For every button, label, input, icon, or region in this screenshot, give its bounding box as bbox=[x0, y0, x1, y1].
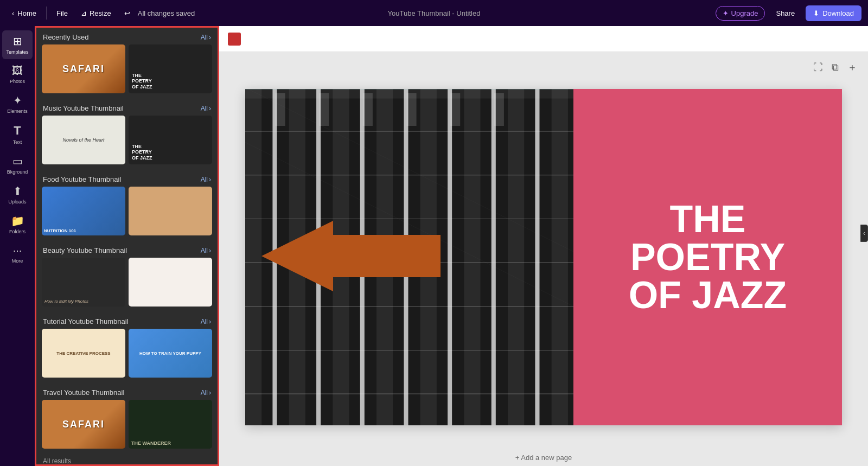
sidebar-item-elements[interactable]: ✦ Elements bbox=[2, 90, 33, 118]
music-grid: Novels of the Heart THEPOETRYOF JAZZ bbox=[36, 116, 218, 170]
canvas-right-panel: THE POETRY OF JAZZ bbox=[573, 89, 842, 425]
file-label: File bbox=[56, 9, 68, 17]
templates-label: Templates bbox=[6, 49, 28, 55]
canvas-top-right-toolbar: ⛶ ⧉ ＋ bbox=[811, 59, 859, 76]
text-icon: T bbox=[14, 124, 21, 138]
folders-icon: 📁 bbox=[11, 214, 24, 227]
panel-collapse-button[interactable]: ‹ bbox=[860, 225, 868, 242]
poetry1-text: THEPOETRYOF JAZZ bbox=[132, 73, 152, 90]
canvas-copy-button[interactable]: ⧉ bbox=[829, 59, 841, 76]
nutrition-text: NUTRITION 101 bbox=[44, 228, 76, 233]
thumb-travel-safari[interactable]: SAFARI bbox=[42, 400, 125, 449]
upgrade-label: Upgrade bbox=[731, 9, 758, 17]
changes-saved: All changes saved bbox=[138, 9, 195, 17]
main-area: ⊞ Templates 🖼 Photos ✦ Elements T Text ▭… bbox=[0, 26, 868, 466]
more-icon: ··· bbox=[13, 244, 22, 257]
thumb-poetry1[interactable]: THEPOETRYOF JAZZ bbox=[129, 44, 212, 93]
chevron-right-icon: › bbox=[209, 318, 211, 325]
svg-rect-14 bbox=[535, 89, 539, 425]
safari-text: SAFARI bbox=[62, 63, 105, 75]
doc-title: YouTube Thumbnail - Untitled bbox=[388, 9, 481, 17]
thumb-puppy[interactable]: HOW TO TRAIN YOUR PUPPY bbox=[129, 329, 212, 378]
chevron-right-icon: › bbox=[209, 389, 211, 397]
sidebar-item-text[interactable]: T Text bbox=[2, 119, 33, 149]
music-header: Music Youtube Thumbnail All › bbox=[36, 99, 218, 116]
all-results-label[interactable]: All results bbox=[36, 454, 218, 466]
beauty-all[interactable]: All › bbox=[201, 247, 211, 254]
undo-button[interactable]: ↩ bbox=[119, 6, 136, 21]
thumb-beauty1[interactable]: How to Edit My Photos bbox=[42, 258, 125, 307]
thumb-nutrition[interactable]: NUTRITION 101 bbox=[42, 187, 125, 235]
sidebar-item-templates[interactable]: ⊞ Templates bbox=[2, 30, 33, 59]
canvas-design: THE POETRY OF JAZZ bbox=[245, 89, 842, 425]
icon-sidebar: ⊞ Templates 🖼 Photos ✦ Elements T Text ▭… bbox=[0, 26, 35, 466]
undo-icon: ↩ bbox=[124, 9, 130, 17]
canvas-area: ⛶ ⧉ ＋ bbox=[219, 26, 868, 466]
svg-rect-13 bbox=[508, 89, 524, 425]
travel-all[interactable]: All › bbox=[201, 389, 211, 397]
download-button[interactable]: ⬇ Download bbox=[806, 5, 861, 21]
arrow-svg bbox=[261, 221, 441, 291]
chevron-right-icon: › bbox=[209, 105, 211, 112]
upgrade-button[interactable]: ✦ Upgrade bbox=[716, 6, 765, 21]
canvas-left-panel bbox=[245, 89, 573, 425]
beauty-label: Beauty Youtube Thumbnail bbox=[43, 246, 127, 254]
tutorial-header: Tutorial Youtube Thumbnail All › bbox=[36, 312, 218, 329]
travel-grid: SAFARI THE WANDERER bbox=[36, 400, 218, 454]
thumb-poetry2[interactable]: THEPOETRYOF JAZZ bbox=[129, 116, 212, 164]
add-page-label: + Add a new page bbox=[515, 454, 572, 462]
thumb-wanderer[interactable]: THE WANDERER bbox=[129, 400, 212, 449]
resize-button[interactable]: ⊿ Resize bbox=[75, 6, 117, 21]
star-icon: ✦ bbox=[723, 9, 729, 17]
thumb-safari[interactable]: SAFARI bbox=[42, 44, 125, 93]
food-grid: NUTRITION 101 bbox=[36, 187, 218, 241]
poetry-line3: OF JAZZ bbox=[629, 276, 787, 314]
food-all[interactable]: All › bbox=[201, 176, 211, 183]
resize-icon: ⊿ bbox=[81, 9, 87, 17]
sidebar-item-uploads[interactable]: ⬆ Uploads bbox=[2, 180, 33, 209]
recently-used-all[interactable]: All › bbox=[201, 34, 211, 41]
thumb-beauty2[interactable] bbox=[129, 258, 212, 307]
svg-rect-11 bbox=[464, 89, 480, 425]
add-page-bar[interactable]: + Add a new page bbox=[515, 454, 572, 462]
tutorial-label: Tutorial Youtube Thumbnail bbox=[43, 317, 129, 325]
canvas-right-text: THE POETRY OF JAZZ bbox=[618, 189, 798, 325]
food-header: Food Youtube Thumbnail All › bbox=[36, 170, 218, 187]
download-label: Download bbox=[822, 9, 854, 17]
topbar-center: YouTube Thumbnail - Untitled bbox=[388, 9, 481, 17]
sidebar-item-photos[interactable]: 🖼 Photos bbox=[2, 60, 33, 88]
thumb-novels[interactable]: Novels of the Heart bbox=[42, 116, 125, 164]
photos-icon: 🖼 bbox=[12, 65, 23, 77]
uploads-icon: ⬆ bbox=[13, 184, 22, 197]
svg-rect-15 bbox=[552, 89, 568, 425]
beauty-grid: How to Edit My Photos bbox=[36, 258, 218, 312]
home-label: Home bbox=[17, 9, 36, 17]
tutorial-all[interactable]: All › bbox=[201, 318, 211, 325]
sidebar-item-folders[interactable]: 📁 Folders bbox=[2, 210, 33, 239]
elements-icon: ✦ bbox=[13, 94, 22, 107]
canvas-add-button[interactable]: ＋ bbox=[845, 59, 859, 76]
share-button[interactable]: Share bbox=[769, 6, 801, 21]
canvas-expand-button[interactable]: ⛶ bbox=[811, 59, 825, 76]
color-swatch[interactable] bbox=[228, 33, 241, 46]
music-all[interactable]: All › bbox=[201, 105, 211, 112]
svg-rect-12 bbox=[492, 89, 496, 425]
photos-label: Photos bbox=[10, 79, 25, 84]
more-label: More bbox=[12, 258, 23, 264]
music-label: Music Youtube Thumbnail bbox=[43, 104, 124, 112]
thumb-creative[interactable]: THE CREATIVE PROCESS bbox=[42, 329, 125, 378]
thumb-food[interactable] bbox=[129, 187, 212, 235]
canvas-color-bar bbox=[219, 26, 868, 52]
sidebar-item-background[interactable]: ▭ Bkground bbox=[2, 150, 33, 179]
canvas-wrapper: THE POETRY OF JAZZ bbox=[245, 89, 842, 425]
tutorial-grid: THE CREATIVE PROCESS HOW TO TRAIN YOUR P… bbox=[36, 329, 218, 383]
novels-text: Novels of the Heart bbox=[60, 135, 106, 145]
beauty-header: Beauty Youtube Thumbnail All › bbox=[36, 241, 218, 258]
file-button[interactable]: File bbox=[51, 6, 73, 21]
arrow-container bbox=[261, 221, 441, 293]
sidebar-item-more[interactable]: ··· More bbox=[2, 240, 33, 268]
home-button[interactable]: ‹ Home bbox=[7, 6, 42, 21]
svg-marker-33 bbox=[261, 221, 441, 291]
uploads-label: Uploads bbox=[8, 199, 26, 205]
food-text bbox=[168, 209, 173, 213]
